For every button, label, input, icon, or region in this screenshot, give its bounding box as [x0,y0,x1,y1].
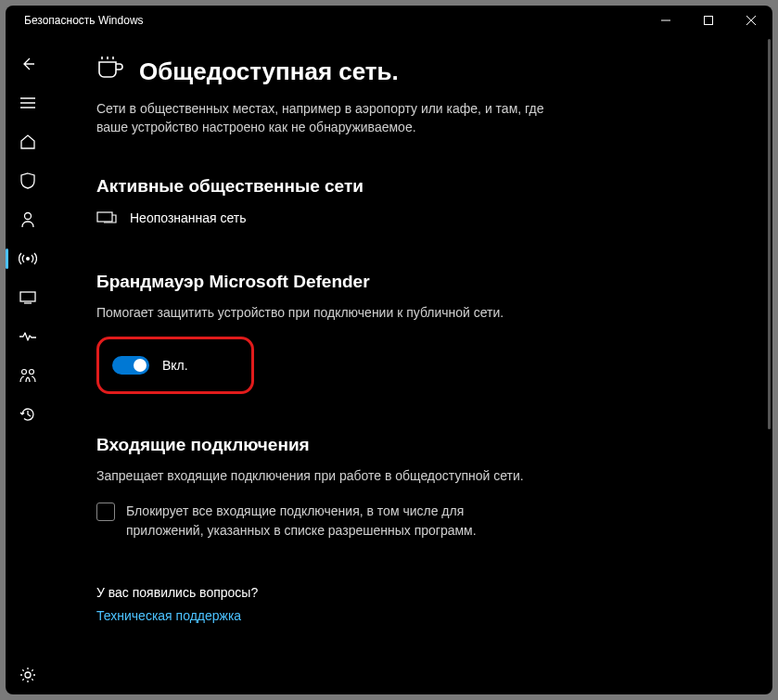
titlebar: Безопасность Windows [6,6,772,35]
sidebar-item-account[interactable] [6,200,50,239]
close-icon [746,16,756,25]
page-description: Сети в общественных местах, например в а… [96,99,579,137]
incoming-description: Запрещает входящие подключения при работ… [96,468,726,483]
block-all-label: Блокирует все входящие подключения, в то… [126,502,495,541]
sidebar-item-history[interactable] [6,395,50,434]
scrollbar-thumb[interactable] [768,39,771,429]
window-title: Безопасность Windows [24,14,644,27]
svg-point-8 [26,257,30,261]
sidebar-item-protection[interactable] [6,161,50,200]
sidebar-item-home[interactable] [6,122,50,161]
body: Общедоступная сеть. Сети в общественных … [6,35,772,694]
window: Безопасность Windows [6,6,772,694]
minimize-button[interactable] [644,6,687,35]
sidebar-item-app-control[interactable] [6,278,50,317]
firewall-description: Помогает защитить устройство при подключ… [96,305,726,320]
hamburger-icon [20,97,35,108]
history-icon [19,406,36,423]
incoming-title: Входящие подключения [96,435,726,455]
svg-point-7 [25,213,32,220]
help-title: У вас появились вопросы? [96,585,726,600]
network-name: Неопознанная сеть [130,210,247,225]
sidebar-item-settings[interactable] [6,655,50,694]
svg-rect-1 [705,17,713,25]
maximize-icon [704,16,713,25]
broadcast-icon [19,251,37,266]
active-networks-title: Активные общественные сети [96,176,726,197]
sidebar [6,35,50,694]
sidebar-item-family[interactable] [6,356,50,395]
minimize-icon [661,16,670,25]
svg-rect-14 [97,212,112,222]
firewall-toggle-highlight: Вкл. [96,337,254,394]
sidebar-item-firewall[interactable] [6,239,50,278]
network-item[interactable]: Неопознанная сеть [96,210,726,227]
shield-icon [20,172,35,189]
scrollbar[interactable] [768,39,771,689]
account-icon [20,211,35,228]
heart-pulse-icon [19,330,37,343]
menu-button[interactable] [6,83,50,122]
coffee-icon [96,56,124,88]
block-all-checkbox[interactable] [96,503,115,521]
window-controls [644,6,772,35]
gear-icon [19,667,36,683]
back-button[interactable] [6,45,50,83]
arrow-left-icon [20,57,35,71]
home-icon [19,134,36,150]
network-icon [96,210,117,227]
svg-point-11 [22,370,27,375]
svg-point-12 [30,370,34,375]
close-button[interactable] [730,6,772,35]
sidebar-item-device[interactable] [6,317,50,356]
content: Общедоступная сеть. Сети в общественных … [50,35,772,694]
family-icon [19,368,37,383]
svg-point-13 [25,672,31,678]
monitor-icon [19,291,36,304]
page-title: Общедоступная сеть. [139,57,399,86]
page-header: Общедоступная сеть. [96,56,726,88]
maximize-button[interactable] [687,6,730,35]
firewall-toggle-label: Вкл. [162,358,188,373]
firewall-title: Брандмауэр Microsoft Defender [96,272,726,292]
firewall-toggle[interactable] [112,356,149,375]
block-all-row[interactable]: Блокирует все входящие подключения, в то… [96,502,495,541]
svg-rect-9 [20,292,35,301]
support-link[interactable]: Техническая поддержка [96,608,241,623]
